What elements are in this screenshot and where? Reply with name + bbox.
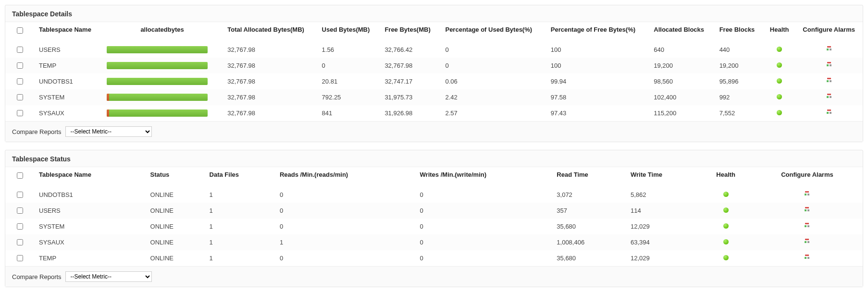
cell-status: ONLINE xyxy=(146,219,205,234)
col-used-bytes: Used Bytes(MB) xyxy=(317,22,380,42)
cell-alarm xyxy=(795,42,863,58)
health-ok-icon xyxy=(723,223,729,229)
row-checkbox[interactable] xyxy=(17,192,23,198)
cell-datafiles: 1 xyxy=(205,203,275,219)
cell-pct-free: 97.58 xyxy=(546,89,649,105)
cell-free-blocks: 95,896 xyxy=(715,73,764,89)
table-row: SYSAUX ONLINE 1 1 0 1,008,406 63,394 xyxy=(5,234,863,250)
configure-alarm-icon[interactable] xyxy=(826,93,832,100)
col-pct-free: Percentage of Free Bytes(%) xyxy=(546,22,649,42)
cell-bar xyxy=(102,73,223,89)
allocated-bar xyxy=(107,46,208,53)
table-row: USERS 32,767.98 1.56 32,766.42 0 100 640… xyxy=(5,42,863,58)
configure-alarm-icon[interactable] xyxy=(804,222,810,229)
row-checkbox[interactable] xyxy=(17,94,23,100)
health-ok-icon xyxy=(723,255,729,260)
tablespace-details-title: Tablespace Details xyxy=(5,5,863,22)
cell-pct-used: 2.42 xyxy=(440,89,546,105)
configure-alarm-icon[interactable] xyxy=(826,61,832,68)
configure-alarm-icon[interactable] xyxy=(804,254,810,261)
cell-name: UNDOTBS1 xyxy=(34,187,146,203)
configure-alarm-icon[interactable] xyxy=(804,207,810,213)
health-ok-icon xyxy=(723,239,729,244)
cell-name: SYSTEM xyxy=(34,219,146,234)
status-compare-label: Compare Reports xyxy=(12,273,62,280)
cell-status: ONLINE xyxy=(146,234,205,250)
tablespace-details-table: Tablespace Name allocatedbytes Total All… xyxy=(5,22,863,121)
col-tablespace-name: Tablespace Name xyxy=(34,22,102,42)
cell-writetime: 5,862 xyxy=(626,187,700,203)
cell-readtime: 1,008,406 xyxy=(552,234,626,250)
cell-free-blocks: 992 xyxy=(715,89,764,105)
row-checkbox[interactable] xyxy=(17,239,23,245)
cell-status: ONLINE xyxy=(146,203,205,219)
cell-writes: 0 xyxy=(415,250,552,266)
col-status-datafiles: Data Files xyxy=(205,167,275,187)
cell-alloc-blocks: 19,200 xyxy=(649,58,714,73)
cell-reads: 1 xyxy=(275,234,415,250)
col-alloc-blocks: Allocated Blocks xyxy=(649,22,714,42)
configure-alarm-icon[interactable] xyxy=(826,77,832,84)
row-checkbox[interactable] xyxy=(17,47,23,53)
cell-pct-free: 99.94 xyxy=(546,73,649,89)
cell-writetime: 12,029 xyxy=(626,250,700,266)
col-health: Health xyxy=(764,22,795,42)
cell-readtime: 357 xyxy=(552,203,626,219)
tablespace-status-title: Tablespace Status xyxy=(5,150,863,167)
configure-alarm-icon[interactable] xyxy=(826,109,832,116)
row-checkbox[interactable] xyxy=(17,62,23,69)
cell-used: 792.25 xyxy=(317,89,380,105)
col-status-name: Tablespace Name xyxy=(34,167,146,187)
cell-alloc-blocks: 115,200 xyxy=(649,105,714,121)
table-row: UNDOTBS1 ONLINE 1 0 0 3,072 5,862 xyxy=(5,187,863,203)
configure-alarm-icon[interactable] xyxy=(826,46,832,52)
details-metric-select[interactable]: --Select Metric-- xyxy=(65,126,152,137)
cell-pct-used: 0 xyxy=(440,58,546,73)
cell-alarm xyxy=(752,203,863,219)
table-row: TEMP 32,767.98 0 32,767.98 0 100 19,200 … xyxy=(5,58,863,73)
table-row: SYSTEM ONLINE 1 0 0 35,680 12,029 xyxy=(5,219,863,234)
cell-reads: 0 xyxy=(275,187,415,203)
row-checkbox[interactable] xyxy=(17,223,23,230)
cell-free: 32,747.17 xyxy=(380,73,440,89)
cell-health xyxy=(764,58,795,73)
col-total-allocated: Total Allocated Bytes(MB) xyxy=(223,22,317,42)
configure-alarm-icon[interactable] xyxy=(804,191,810,197)
cell-status: ONLINE xyxy=(146,250,205,266)
allocated-bar xyxy=(107,62,208,69)
cell-writetime: 12,029 xyxy=(626,219,700,234)
details-select-all-checkbox[interactable] xyxy=(17,27,23,34)
health-ok-icon xyxy=(777,94,782,99)
cell-health xyxy=(700,250,752,266)
cell-datafiles: 1 xyxy=(205,187,275,203)
cell-used: 20.81 xyxy=(317,73,380,89)
cell-health xyxy=(700,219,752,234)
health-ok-icon xyxy=(723,207,729,213)
cell-writes: 0 xyxy=(415,187,552,203)
cell-writetime: 63,394 xyxy=(626,234,700,250)
cell-name: USERS xyxy=(34,203,146,219)
cell-reads: 0 xyxy=(275,250,415,266)
cell-alarm xyxy=(752,250,863,266)
col-status-status: Status xyxy=(146,167,205,187)
status-select-all-checkbox[interactable] xyxy=(17,172,23,179)
row-checkbox[interactable] xyxy=(17,78,23,85)
cell-status: ONLINE xyxy=(146,187,205,203)
row-checkbox[interactable] xyxy=(17,110,23,116)
cell-datafiles: 1 xyxy=(205,219,275,234)
row-checkbox[interactable] xyxy=(17,207,23,214)
cell-writes: 0 xyxy=(415,203,552,219)
allocated-bar xyxy=(107,78,208,85)
status-metric-select[interactable]: --Select Metric-- xyxy=(65,271,152,282)
configure-alarm-icon[interactable] xyxy=(804,238,810,245)
cell-pct-free: 97.43 xyxy=(546,105,649,121)
cell-free-blocks: 19,200 xyxy=(715,58,764,73)
table-row: SYSTEM 32,767.98 792.25 31,975.73 2.42 9… xyxy=(5,89,863,105)
row-checkbox[interactable] xyxy=(17,255,23,261)
cell-pct-used: 0.06 xyxy=(440,73,546,89)
details-compare-label: Compare Reports xyxy=(12,128,62,135)
cell-pct-free: 100 xyxy=(546,58,649,73)
cell-used: 0 xyxy=(317,58,380,73)
cell-alarm xyxy=(795,58,863,73)
allocated-bar xyxy=(107,94,208,101)
